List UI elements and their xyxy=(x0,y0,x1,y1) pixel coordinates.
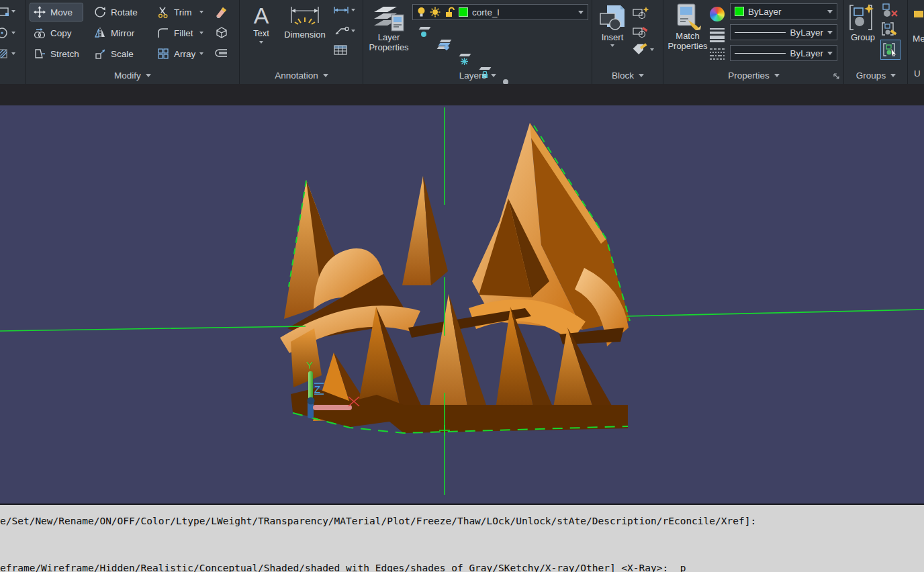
array-icon xyxy=(157,48,169,60)
draw-rectangle-flyout[interactable] xyxy=(0,5,15,17)
group-icon xyxy=(848,3,878,32)
text-glyph-icon: A xyxy=(254,3,269,28)
dimension-icon xyxy=(286,5,324,30)
array-button[interactable]: Array xyxy=(154,45,199,62)
trim-button[interactable]: Trim xyxy=(154,3,195,21)
panel-expand-icon xyxy=(639,74,644,77)
mirror-icon xyxy=(94,27,106,39)
draw-circle-flyout[interactable] xyxy=(0,27,15,39)
move-label: Move xyxy=(50,7,73,17)
layer-properties-button[interactable]: Layer Properties xyxy=(369,4,408,52)
text-flyout-arrow xyxy=(259,41,263,44)
table-button[interactable] xyxy=(333,44,348,56)
lengthen-icon[interactable] xyxy=(214,46,230,60)
color-wheel-icon[interactable] xyxy=(710,7,725,21)
linetype-icon[interactable] xyxy=(708,47,726,62)
group-label: Group xyxy=(851,32,875,42)
layer-on-bulb-icon[interactable] xyxy=(417,7,426,17)
text-button[interactable]: A Text xyxy=(247,3,275,44)
copy-button[interactable]: Copy xyxy=(30,24,75,42)
leader-button[interactable] xyxy=(333,26,355,36)
draw-hatch-flyout[interactable] xyxy=(0,48,15,60)
move-button[interactable]: Move xyxy=(30,3,83,21)
layers-panel-label[interactable]: Layers xyxy=(364,67,592,84)
hatch-icon xyxy=(0,48,9,60)
layer-color-swatch[interactable] xyxy=(459,7,468,17)
block-panel-label[interactable]: Block xyxy=(593,67,663,84)
measure-icon-fragment xyxy=(914,11,923,17)
command-line-area[interactable]: e/Set/New/Rename/ON/OFF/Color/Ltype/LWei… xyxy=(0,504,924,572)
panel-block: Insert Block xyxy=(593,0,663,84)
edit-block-button[interactable] xyxy=(632,24,649,39)
model-viewport[interactable]: Y Z xyxy=(0,105,924,504)
scale-button[interactable]: Scale xyxy=(91,45,137,62)
dim-linear-button[interactable] xyxy=(333,5,355,15)
chevron-down-icon xyxy=(11,32,15,34)
mirror-button[interactable]: Mirror xyxy=(91,24,138,42)
ribbon: Move Rotate Trim Copy Mirror Fillet Stre xyxy=(0,0,924,84)
rectangle-icon xyxy=(0,5,9,17)
layer-thaw-sun-icon[interactable] xyxy=(430,7,441,17)
trim-flyout-arrow[interactable] xyxy=(199,11,203,13)
scale-label: Scale xyxy=(111,49,134,59)
layer-off-button[interactable] xyxy=(416,26,432,39)
fillet-button[interactable]: Fillet xyxy=(154,24,197,42)
panel-expand-icon xyxy=(146,74,151,77)
current-layer-name: corte_l xyxy=(472,7,574,17)
circle-icon xyxy=(0,27,9,39)
layer-dropdown-arrow[interactable] xyxy=(578,11,584,14)
stretch-icon xyxy=(34,48,46,60)
lineweight-dropdown-arrow xyxy=(827,31,833,34)
group-button[interactable]: Group xyxy=(847,3,878,42)
trim-label: Trim xyxy=(174,7,192,17)
panel-properties: Match Properties ByLayer ByLayer ByLayer… xyxy=(664,0,844,84)
utilities-label-partial[interactable]: U xyxy=(914,68,921,79)
annotation-panel-label[interactable]: Annotation xyxy=(240,67,363,84)
object-color-dropdown[interactable]: ByLayer xyxy=(730,3,837,19)
groups-panel-label[interactable]: Groups xyxy=(845,67,907,84)
insert-label: Insert xyxy=(602,32,624,42)
layer-dropdown[interactable]: corte_l xyxy=(412,4,588,20)
command-prompt-options[interactable]: e/Set/New/Rename/ON/OFF/Color/Ltype/LWei… xyxy=(0,516,756,526)
ungroup-button[interactable] xyxy=(881,3,898,19)
3d-model[interactable] xyxy=(280,123,630,433)
explode-icon[interactable] xyxy=(214,25,229,40)
linetype-sample-line xyxy=(735,53,786,54)
command-prompt-visualstyle[interactable]: eframe/Wireframe/Hidden/Realistic/Concep… xyxy=(0,563,686,572)
axis-lines xyxy=(0,107,924,495)
dimension-button[interactable]: Dimension xyxy=(279,5,330,40)
leader-icon xyxy=(333,26,349,36)
dialog-launcher-icon[interactable] xyxy=(833,73,840,80)
insert-button[interactable]: Insert xyxy=(596,3,629,47)
erase-icon[interactable] xyxy=(214,4,229,19)
group-selection-toggle[interactable] xyxy=(881,40,900,59)
scissors-trim-icon xyxy=(157,6,169,18)
group-edit-button[interactable] xyxy=(881,21,898,38)
edit-attribute-button[interactable] xyxy=(632,43,654,56)
layer-freeze-button[interactable] xyxy=(457,52,473,66)
chevron-down-icon xyxy=(11,10,15,13)
create-block-button[interactable] xyxy=(632,5,649,20)
object-color-swatch xyxy=(735,7,744,16)
linetype-dropdown[interactable]: ByLayer xyxy=(730,45,837,61)
stretch-button[interactable]: Stretch xyxy=(30,45,83,62)
text-label: Text xyxy=(253,28,269,38)
match-properties-button[interactable]: Match Properties xyxy=(668,3,707,51)
modify-panel-label[interactable]: Modify xyxy=(26,67,239,84)
insert-block-icon xyxy=(598,3,627,32)
layer-unlock-icon[interactable] xyxy=(445,7,455,17)
rotate-button[interactable]: Rotate xyxy=(91,3,141,21)
layer-isolate-button[interactable] xyxy=(436,39,453,52)
fillet-flyout-arrow[interactable] xyxy=(199,32,203,34)
copy-label: Copy xyxy=(50,28,72,38)
stretch-label: Stretch xyxy=(50,49,79,59)
array-flyout-arrow[interactable] xyxy=(199,52,203,55)
panel-layers: Layer Properties corte_l xyxy=(364,0,592,84)
viewport-canvas: Y Z xyxy=(0,105,924,504)
measure-label-partial[interactable]: Me xyxy=(913,34,924,44)
properties-panel-label[interactable]: Properties xyxy=(664,67,843,84)
panel-draw-clipped xyxy=(0,0,26,84)
lineweight-icon[interactable] xyxy=(708,27,726,43)
lineweight-dropdown[interactable]: ByLayer xyxy=(730,24,837,40)
ucs-z-label: Z xyxy=(314,383,320,395)
